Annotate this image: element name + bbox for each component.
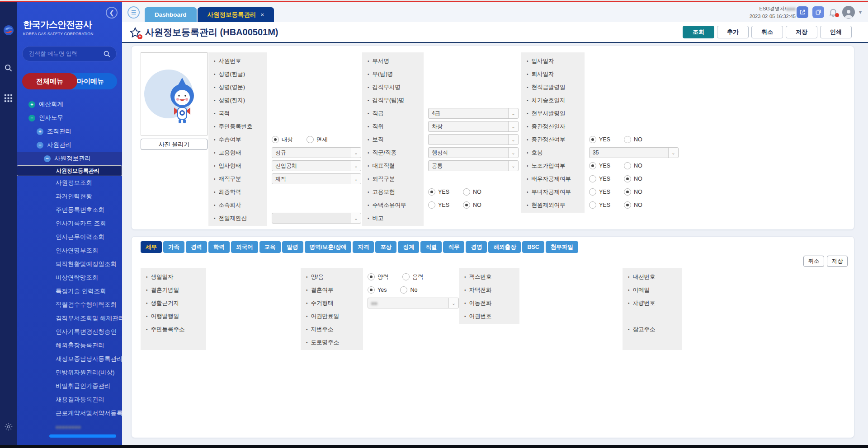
select-직군/직종[interactable]: 행정직⌄ bbox=[428, 147, 519, 158]
sidebar-item-비상연락망조회[interactable]: 비상연락망조회 bbox=[17, 271, 122, 285]
detail-저장-button[interactable]: 저장 bbox=[827, 256, 848, 267]
menu-search-box[interactable] bbox=[22, 46, 117, 61]
radio-양력[interactable]: 양력 bbox=[368, 273, 389, 281]
radio-YES[interactable]: YES bbox=[589, 162, 610, 169]
detail-tab-경영[interactable]: 경영 bbox=[466, 241, 487, 253]
favorite-star-icon[interactable]: + bbox=[129, 27, 141, 38]
expand-plus-icon[interactable]: + bbox=[28, 101, 35, 108]
sidebar-item-인사기록변경신청승인[interactable]: 인사기록변경신청승인 bbox=[17, 325, 122, 339]
collapse-minus-icon[interactable]: − bbox=[37, 142, 43, 149]
sidebar-item-사원관리[interactable]: −사원관리 bbox=[17, 138, 122, 152]
radio-YES[interactable]: YES bbox=[428, 201, 449, 209]
radio-YES[interactable]: YES bbox=[428, 188, 449, 196]
radio-NO[interactable]: NO bbox=[463, 201, 481, 209]
인쇄-button[interactable]: 인쇄 bbox=[820, 26, 852, 38]
detail-tab-BSC[interactable]: BSC bbox=[522, 241, 544, 253]
sidebar-item-퇴직현황및예정일조회[interactable]: 퇴직현황및예정일조회 bbox=[17, 257, 122, 271]
hamburger-menu-icon[interactable]: ☰ bbox=[127, 6, 140, 19]
sidebar-item-예산회계[interactable]: +예산회계 bbox=[17, 98, 122, 111]
detail-tab-외국어[interactable]: 외국어 bbox=[231, 241, 258, 253]
detail-tab-징계[interactable]: 징계 bbox=[398, 241, 419, 253]
radio-YES[interactable]: YES bbox=[589, 188, 610, 196]
select-재직구분[interactable]: 재직⌄ bbox=[272, 173, 361, 184]
tab-close-icon[interactable]: × bbox=[261, 11, 264, 18]
detail-tab-첨부파일[interactable]: 첨부파일 bbox=[546, 241, 578, 253]
radio-YES[interactable]: YES bbox=[589, 175, 610, 182]
rail-search-icon[interactable] bbox=[0, 64, 17, 72]
menu-search-input[interactable] bbox=[29, 51, 101, 57]
detail-tab-병역/보훈/장애[interactable]: 병역/보훈/장애 bbox=[305, 241, 352, 253]
notifications-bell-icon[interactable] bbox=[828, 7, 838, 17]
sidebar-item-근로계약서및서약서등록관리[interactable]: 근로계약서및서약서등록관리 bbox=[17, 406, 122, 420]
radio-YES[interactable]: YES bbox=[589, 136, 610, 143]
select-보직[interactable]: ⌄ bbox=[428, 134, 519, 145]
radio-YES[interactable]: YES bbox=[589, 201, 610, 209]
radio-NO[interactable]: NO bbox=[624, 136, 642, 143]
sidebar-item-민방위자원관리(비상)[interactable]: 민방위자원관리(비상) bbox=[17, 366, 122, 379]
select-고용형태[interactable]: 정규⌄ bbox=[272, 147, 361, 158]
radio-NO[interactable]: NO bbox=[624, 175, 642, 182]
detail-tab-학력[interactable]: 학력 bbox=[208, 241, 230, 253]
sidebar-item-hidden[interactable]: ■■■■■■■■ bbox=[17, 420, 122, 434]
sidebar-item-조직관리[interactable]: +조직관리 bbox=[17, 125, 122, 138]
select-주거형태[interactable]: ■■⌄ bbox=[368, 298, 459, 308]
sidebar-item-인사기록카드 조회[interactable]: 인사기록카드 조회 bbox=[17, 217, 122, 230]
sidebar-horizontal-scrollbar[interactable] bbox=[49, 434, 116, 438]
open-new-window-icon[interactable] bbox=[797, 6, 808, 18]
sidebar-item-과거인력현황[interactable]: 과거인력현황 bbox=[17, 190, 122, 203]
detail-tab-교육[interactable]: 교육 bbox=[259, 241, 281, 253]
radio-대상[interactable]: 대상 bbox=[272, 136, 293, 144]
select-대표직렬[interactable]: 공통⌄ bbox=[428, 160, 519, 171]
detail-취소-button[interactable]: 취소 bbox=[803, 256, 824, 267]
popup-layout-icon[interactable] bbox=[812, 6, 824, 18]
select-호봉[interactable]: 35⌄ bbox=[589, 147, 679, 158]
저장-button[interactable]: 저장 bbox=[786, 26, 817, 38]
sidebar-item-사원정보관리[interactable]: −사원정보관리 bbox=[17, 152, 122, 165]
detail-tab-포상[interactable]: 포상 bbox=[375, 241, 396, 253]
radio-NO[interactable]: NO bbox=[624, 162, 642, 169]
sidebar-item-해외출장등록관리[interactable]: 해외출장등록관리 bbox=[17, 339, 122, 352]
detail-tab-해외출장[interactable]: 해외출장 bbox=[488, 241, 521, 253]
detail-tab-자격[interactable]: 자격 bbox=[353, 241, 374, 253]
collapse-minus-icon[interactable]: − bbox=[44, 155, 51, 162]
detail-tab-직렬[interactable]: 직렬 bbox=[420, 241, 442, 253]
sidebar-item-특정기술 인력조회[interactable]: 특정기술 인력조회 bbox=[17, 285, 122, 298]
collapse-minus-icon[interactable]: − bbox=[28, 115, 35, 121]
sidebar-item-인사근무이력조회[interactable]: 인사근무이력조회 bbox=[17, 230, 122, 244]
all-menu-button[interactable]: 전체메뉴 bbox=[22, 73, 77, 89]
조회-button[interactable]: 조회 bbox=[683, 26, 714, 38]
sidebar-item-직렬검수수행이력조회[interactable]: 직렬검수수행이력조회 bbox=[17, 298, 122, 312]
user-menu-chevron-icon[interactable]: ▾ bbox=[859, 9, 862, 15]
detail-tab-직무[interactable]: 직무 bbox=[443, 241, 464, 253]
select-전일제환산[interactable]: ⌄ bbox=[272, 213, 361, 224]
detail-tab-경력[interactable]: 경력 bbox=[186, 241, 207, 253]
tab-사원정보등록관리[interactable]: 사원정보등록관리× bbox=[198, 7, 274, 22]
tab-Dashboard[interactable]: Dashboard bbox=[145, 7, 197, 22]
sidebar-item-사원정보조회[interactable]: 사원정보조회 bbox=[17, 176, 122, 190]
radio-NO[interactable]: NO bbox=[624, 188, 642, 196]
radio-면제[interactable]: 면제 bbox=[307, 136, 328, 144]
sidebar-collapse-button[interactable]: ❮ bbox=[106, 7, 118, 19]
취소-button[interactable]: 취소 bbox=[751, 26, 783, 38]
settings-gear-icon[interactable] bbox=[0, 422, 17, 431]
추가-button[interactable]: 추가 bbox=[717, 26, 749, 38]
detail-tab-발령[interactable]: 발령 bbox=[282, 241, 303, 253]
sidebar-item-주민등록번호조회[interactable]: 주민등록번호조회 bbox=[17, 203, 122, 217]
sidebar-item-겸직부서조회및 해제관리[interactable]: 겸직부서조회및 해제관리 bbox=[17, 312, 122, 325]
detail-tab-가족[interactable]: 가족 bbox=[163, 241, 184, 253]
detail-tab-세부[interactable]: 세부 bbox=[141, 241, 162, 253]
sidebar-item-인사연명부조회[interactable]: 인사연명부조회 bbox=[17, 244, 122, 257]
radio-NO[interactable]: NO bbox=[624, 201, 642, 209]
rail-apps-icon[interactable] bbox=[0, 94, 17, 103]
select-입사형태[interactable]: 신입공채⌄ bbox=[272, 160, 361, 171]
expand-plus-icon[interactable]: + bbox=[37, 128, 43, 135]
sidebar-item-재정보증담당자등록관리[interactable]: 재정보증담당자등록관리 bbox=[17, 352, 122, 366]
sidebar-item-인사노무[interactable]: −인사노무 bbox=[17, 111, 122, 125]
user-avatar[interactable] bbox=[842, 6, 855, 19]
sidebar-item-사원정보등록관리[interactable]: 사원정보등록관리 bbox=[17, 165, 122, 176]
radio-Yes[interactable]: Yes bbox=[368, 286, 387, 294]
radio-NO[interactable]: NO bbox=[463, 188, 481, 196]
radio-음력[interactable]: 음력 bbox=[402, 273, 424, 281]
select-직급[interactable]: 4급⌄ bbox=[428, 108, 519, 119]
select-직위[interactable]: 차장⌄ bbox=[428, 121, 519, 132]
